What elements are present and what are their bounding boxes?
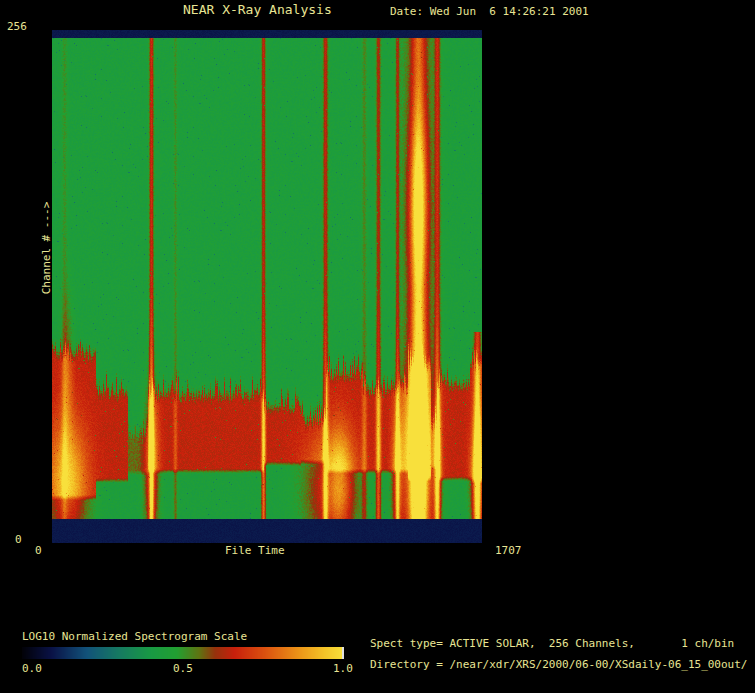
x-axis-min-label: 0	[35, 545, 42, 557]
y-axis-max-label: 256	[7, 21, 27, 33]
y-axis-title: Channel # --->	[40, 202, 53, 295]
page-title: NEAR X-Ray Analysis	[183, 4, 332, 16]
colorbar-tick-max: 1.0	[333, 663, 353, 675]
near-xray-analysis-window: NEAR X-Ray Analysis Date: Wed Jun 6 14:2…	[0, 0, 755, 693]
colorbar-title: LOG10 Normalized Spectrogram Scale	[22, 631, 247, 643]
colorbar-gradient	[22, 647, 344, 659]
colorbar-tick-mid: 0.5	[173, 663, 193, 675]
x-axis-max-label: 1707	[495, 545, 522, 557]
spectrogram-image	[52, 30, 482, 543]
directory-info: Directory = /near/xdr/XRS/2000/06-00/XSd…	[370, 659, 748, 671]
header-date: Date: Wed Jun 6 14:26:21 2001	[390, 6, 589, 18]
colorbar-tick-min: 0.0	[22, 663, 42, 675]
x-axis-title: File Time	[225, 545, 285, 557]
y-axis-min-label: 0	[15, 534, 22, 546]
spect-type-info: Spect type= ACTIVE SOLAR, 256 Channels, …	[370, 638, 734, 650]
